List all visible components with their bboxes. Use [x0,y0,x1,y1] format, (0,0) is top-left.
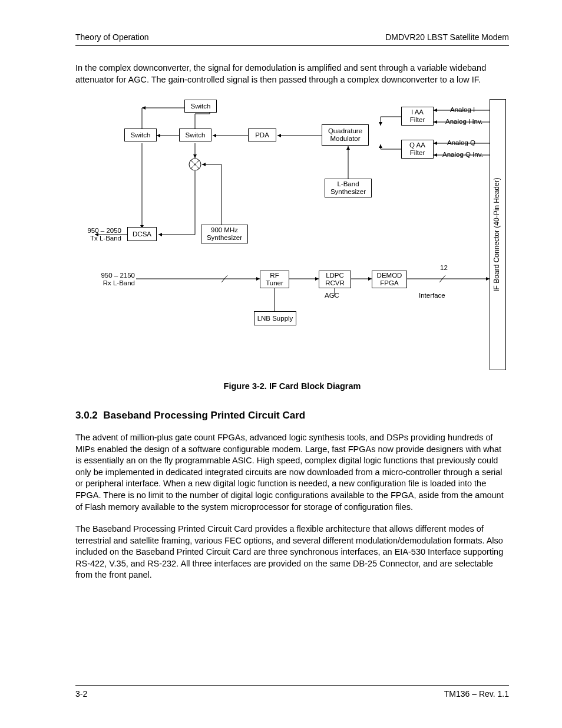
synth-900-box: 900 MHz Synthesizer [201,225,248,243]
demod-fpga-box: DEMOD FPGA [372,271,407,288]
rf-tuner-box: RF Tuner [260,271,289,288]
page: Theory of Operation DMDVR20 LBST Satelli… [0,0,562,728]
section-para-1: The advent of million-plus gate count FP… [75,432,509,513]
i-aa-filter-box: I AA Filter [401,107,434,126]
quadrature-modulator-box: Quadrature Modulator [322,124,369,146]
section-para-2: The Baseband Processing Printed Circuit … [75,523,509,581]
section-title: Baseband Processing Printed Circuit Card [103,410,305,421]
footer-right: TM136 – Rev. 1.1 [444,689,509,699]
header-left: Theory of Operation [75,32,149,42]
section-number: 3.0.2 [75,410,98,421]
footer-left: 3-2 [75,689,87,699]
agc-label: AGC [325,292,339,299]
tx-lband-label: 950 – 2050 Tx L-Band [74,227,121,242]
interface-label: Interface [419,292,445,299]
dcsa-box: DCSA [127,227,157,241]
ldpc-rcvr-box: LDPC RCVR [319,271,351,288]
lband-synth-box: L-Band Synthesizer [325,179,372,197]
section-heading: 3.0.2 Baseband Processing Printed Circui… [75,410,509,421]
intro-paragraph: In the complex downconverter, the signal… [75,62,509,85]
svg-line-34 [222,275,227,282]
svg-line-21 [191,160,199,169]
page-footer: 3-2 TM136 – Rev. 1.1 [75,685,509,699]
twelve-label: 12 [440,264,448,272]
rx-lband-label: 950 – 2150 Rx L-Band [94,272,135,287]
svg-line-20 [191,160,199,169]
block-diagram: IF Board Connector (40-Pin Header) Switc… [77,96,507,373]
switch3-box: Switch [179,129,211,141]
analog-q-inv-label: Analog Q Inv. [442,151,483,159]
analog-i-inv-label: Analog I Inv. [445,118,482,126]
analog-q-label: Analog Q [447,139,475,147]
connector-box: IF Board Connector (40-Pin Header) [490,99,506,370]
connector-label: IF Board Connector (40-Pin Header) [492,177,501,291]
switch2-box: Switch [124,129,157,141]
svg-line-31 [439,275,445,282]
page-header: Theory of Operation DMDVR20 LBST Satelli… [75,32,509,46]
pda-box: PDA [248,129,276,141]
q-aa-filter-box: Q AA Filter [401,140,434,159]
analog-i-label: Analog I [450,106,475,114]
figure-caption: Figure 3-2. IF Card Block Diagram [75,381,509,391]
switch1-box: Switch [184,100,217,113]
svg-point-19 [189,159,201,170]
header-right: DMDVR20 LBST Satellite Modem [385,32,509,42]
lnb-supply-box: LNB Supply [254,311,296,325]
